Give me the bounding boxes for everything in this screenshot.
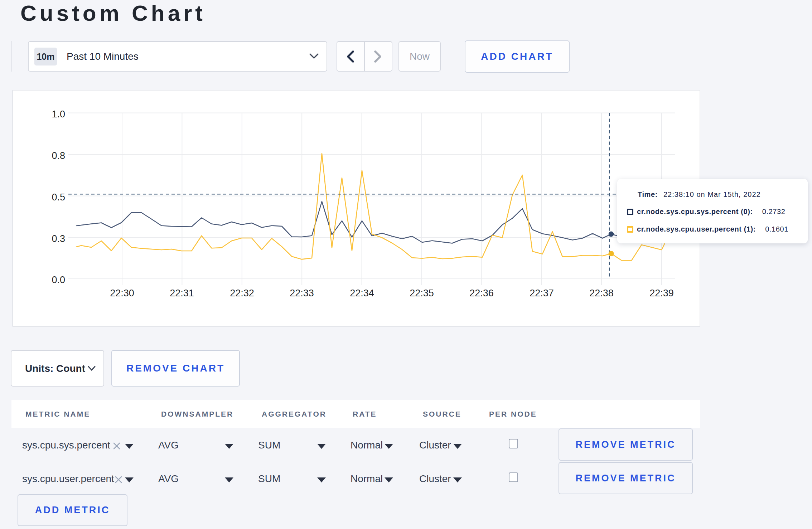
svg-text:22:33: 22:33	[290, 288, 314, 299]
svg-text:0.5: 0.5	[52, 192, 65, 203]
svg-text:22:36: 22:36	[469, 288, 494, 299]
svg-text:0.8: 0.8	[52, 150, 65, 161]
svg-text:22:32: 22:32	[230, 288, 254, 299]
svg-text:22:31: 22:31	[170, 288, 194, 299]
svg-text:22:39: 22:39	[649, 288, 674, 299]
svg-text:22:34: 22:34	[350, 288, 374, 299]
svg-text:0.3: 0.3	[52, 233, 65, 244]
svg-text:1.0: 1.0	[52, 109, 65, 120]
svg-text:22:37: 22:37	[530, 288, 554, 299]
svg-text:22:38: 22:38	[589, 288, 614, 299]
svg-text:22:35: 22:35	[410, 288, 434, 299]
svg-text:22:30: 22:30	[110, 288, 134, 299]
svg-text:0.0: 0.0	[52, 275, 65, 285]
